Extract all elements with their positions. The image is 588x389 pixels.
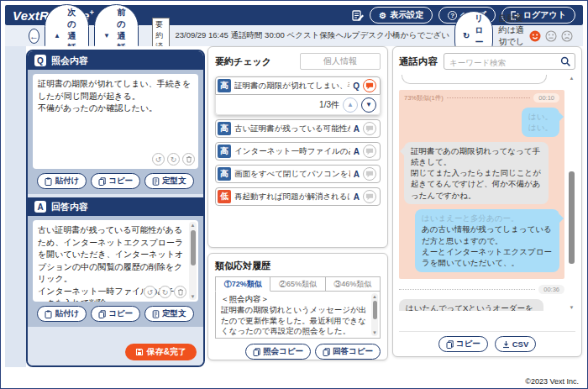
title-bar: VextResume+ ⚙表示設定 ?ヘルプ ログアウト — [5, 5, 583, 25]
pager-up-button[interactable]: ▲ — [343, 97, 358, 113]
paste-icon — [45, 177, 52, 186]
copy-icon — [98, 177, 106, 186]
scroll-up-icon[interactable]: ▲ — [189, 222, 197, 229]
dotted-leader — [399, 289, 535, 290]
undo-icon[interactable]: ↺ — [144, 286, 156, 298]
tab-similarity-65[interactable]: ②65%類似 — [270, 276, 325, 292]
memo-edit-icon[interactable] — [351, 9, 364, 22]
inquiry-template-button[interactable]: 定型文 — [144, 173, 194, 189]
neutral-face-icon[interactable] — [545, 30, 557, 42]
tab-similarity-46[interactable]: ③46%類似 — [326, 276, 381, 292]
answer-section-header: A 回答内容 — [28, 197, 203, 216]
agent-bubble[interactable]: はい。 はい。 — [522, 108, 559, 137]
history-scroll-thumb[interactable] — [373, 301, 377, 319]
summary-item-group: 高 証明書の期限が切れてしまい、手続… Q 1/3件 ▲ ▼ — [215, 76, 381, 115]
answer-edit-icons: ↺ ↻ — [144, 286, 186, 298]
summary-item[interactable]: 高 古い証明書が残っている可能性があ… A — [215, 119, 381, 138]
similarity-header: 73%類似(1件) 00:10 — [404, 93, 559, 103]
answer-copy-label: コピー — [108, 308, 133, 319]
logo-plus: + — [90, 8, 94, 17]
summary-item-type: Q — [353, 81, 360, 91]
bad-face-icon[interactable] — [561, 30, 573, 42]
display-settings-label: 表示設定 — [390, 9, 423, 21]
down-triangle-icon: ▼ — [103, 32, 110, 39]
summary-check-title: 要約チェック — [215, 55, 271, 68]
speech-bubble-icon[interactable] — [363, 79, 376, 92]
redo-icon[interactable]: ↻ — [159, 286, 171, 298]
history-inquiry-heading: ＜照会内容＞ — [221, 294, 368, 305]
redo-icon[interactable]: ↻ — [167, 153, 180, 166]
summary-item[interactable]: 高 画面をすべて閉じてパソコンを再起… A — [215, 165, 381, 183]
history-inquiry-text: 証明書の期限切れというメッセージが出たので更新作業をした。最近利用できなくなった… — [221, 305, 368, 337]
partial-bubble — [402, 75, 547, 84]
bubble-line: はい。 — [528, 122, 553, 133]
csv-download-button[interactable]: CSV — [495, 336, 537, 352]
bubble-line: 証明書であの期限切れってなって手続きして。 — [411, 145, 542, 168]
answer-textbox-wrap: 古い証明書が残っている可能性があるため、インターネットエクスプローラを開いていた… — [33, 220, 198, 302]
summary-item[interactable]: 高 インターネット一時ファイルのみチ… A — [215, 142, 381, 160]
scroll-down-icon[interactable]: ▼ — [189, 293, 197, 300]
good-face-icon[interactable] — [529, 30, 541, 42]
answer-paste-button[interactable]: 貼付け — [37, 306, 87, 322]
summary-item-text: 証明書の期限が切れてしまい、手続… — [234, 81, 349, 92]
speech-bubble-icon[interactable] — [363, 145, 376, 158]
speech-bubble-icon[interactable] — [363, 190, 376, 203]
undo-icon[interactable]: ↺ — [152, 153, 165, 166]
search-icon[interactable] — [560, 56, 571, 67]
answer-template-button[interactable]: 定型文 — [144, 306, 194, 322]
keyword-search-input[interactable] — [444, 55, 575, 71]
chat-scrollbar[interactable]: ▲ ▼ — [568, 75, 575, 311]
customer-bubble[interactable]: 証明書であの期限切れってなって手続きして。 閉じてまた入ったらまた同じことが起き… — [404, 142, 549, 204]
speech-bubble-icon[interactable] — [363, 167, 376, 181]
chat-row: はいまえーと多分あのー。 あの古い情報が残ってしまっているだ方と思いますので。 … — [404, 209, 559, 271]
answer-title: 回答内容 — [51, 201, 88, 213]
answer-copy-button[interactable]: コピー — [91, 306, 140, 322]
app-window: VextResume+ ⚙表示設定 ?ヘルプ ログアウト ← ▲次の通話へ ▼前… — [0, 0, 588, 389]
call-header: 通話内容 — [399, 53, 575, 70]
display-settings-button[interactable]: ⚙表示設定 — [370, 7, 433, 24]
summary-item-type: A — [354, 170, 360, 179]
call-content-title: 通話内容 — [399, 55, 438, 68]
similar-history-title: 類似応対履歴 — [215, 260, 381, 272]
customer-bubble[interactable]: はいたんでってXというオーダーを開く。 — [399, 299, 543, 311]
keyword-search-box — [444, 53, 575, 70]
summary-item[interactable]: 高 証明書の期限が切れてしまい、手続… Q — [215, 76, 381, 95]
chat-copy-button[interactable]: コピー — [438, 336, 488, 352]
trash-icon[interactable] — [182, 153, 195, 166]
chat-scroll-thumb[interactable] — [569, 171, 575, 264]
level-badge: 高 — [218, 167, 231, 181]
inquiry-copy-button[interactable]: コピー — [91, 173, 140, 189]
back-button[interactable]: ← — [29, 29, 39, 44]
scroll-down-icon[interactable]: ▼ — [568, 304, 575, 311]
timestamp-badge: 00:36 — [538, 285, 564, 294]
answer-scrollbar[interactable]: ▲ ▼ — [189, 222, 197, 300]
logo-vext: Vext — [13, 8, 39, 23]
chat-row: 証明書であの期限切れってなって手続きして。 閉じてまた入ったらまた同じことが起き… — [404, 142, 559, 204]
scroll-up-icon[interactable]: ▲ — [568, 75, 575, 81]
tab-similarity-72[interactable]: ①72%類似 — [215, 276, 270, 292]
pager-down-button[interactable]: ▼ — [361, 97, 376, 113]
speech-bubble-icon[interactable] — [363, 122, 376, 135]
inquiry-paste-button[interactable]: 貼付け — [37, 173, 87, 189]
chat-area: 73%類似(1件) 00:10 はい。 はい。 証明 — [399, 75, 575, 331]
similar-history-card: 類似応対履歴 ①72%類似 ②65%類似 ③46%類似 ＜照会内容＞ 証明書の期… — [207, 253, 388, 360]
summary-item-list: 高 証明書の期限が切れてしまい、手続… Q 1/3件 ▲ ▼ 高 古い証明書が残… — [215, 76, 381, 206]
tab-personal-info[interactable]: 個人情報 — [300, 53, 381, 70]
answer-scroll-thumb[interactable] — [191, 230, 196, 265]
up-triangle-icon: ▲ — [54, 32, 60, 39]
agent-bubble[interactable]: はいまえーと多分あのー。 あの古い情報が残ってしまっているだ方と思いますので。 … — [415, 209, 559, 271]
dotted-leader — [447, 97, 531, 98]
trash-icon[interactable] — [174, 286, 186, 298]
answer-copy-button[interactable]: 回答コピー — [315, 344, 381, 360]
chat-messages: 73%類似(1件) 00:10 はい。 はい。 証明 — [399, 75, 564, 311]
document-icon — [152, 310, 160, 318]
summary-item[interactable]: 低 再起動すれば問題が解消されるはず… A — [215, 187, 381, 206]
inquiry-copy-button[interactable]: 照会コピー — [245, 344, 311, 360]
history-scrollbar[interactable]: ▲ ▼ — [371, 293, 378, 336]
scroll-up-icon[interactable]: ▲ — [371, 293, 378, 300]
summary-item-text: 再起動すれば問題が解消されるはず… — [234, 192, 350, 202]
chat-copy-label: コピー — [456, 339, 480, 350]
save-complete-button[interactable]: 保存&完了 — [125, 344, 197, 360]
left-margin-strip — [5, 46, 26, 367]
scroll-down-icon[interactable]: ▼ — [371, 329, 378, 336]
